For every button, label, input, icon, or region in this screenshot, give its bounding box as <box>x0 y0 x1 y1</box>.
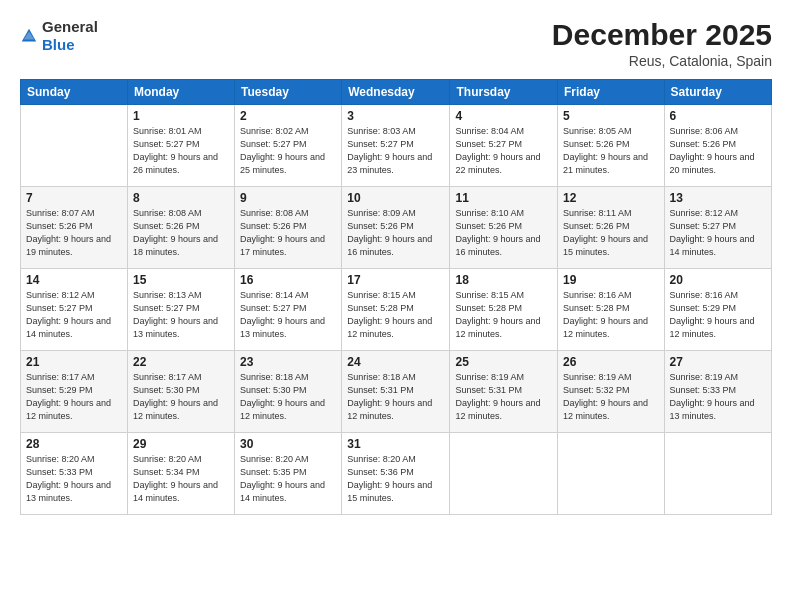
day-info: Sunrise: 8:14 AMSunset: 5:27 PMDaylight:… <box>240 290 325 339</box>
day-info: Sunrise: 8:18 AMSunset: 5:30 PMDaylight:… <box>240 372 325 421</box>
day-number: 14 <box>26 273 122 287</box>
day-info: Sunrise: 8:16 AMSunset: 5:28 PMDaylight:… <box>563 290 648 339</box>
calendar-cell: 7 Sunrise: 8:07 AMSunset: 5:26 PMDayligh… <box>21 187 128 269</box>
day-info: Sunrise: 8:17 AMSunset: 5:29 PMDaylight:… <box>26 372 111 421</box>
day-info: Sunrise: 8:19 AMSunset: 5:33 PMDaylight:… <box>670 372 755 421</box>
header: General Blue December 2025 Reus, Catalon… <box>20 18 772 69</box>
calendar-week-row: 21 Sunrise: 8:17 AMSunset: 5:29 PMDaylig… <box>21 351 772 433</box>
day-info: Sunrise: 8:15 AMSunset: 5:28 PMDaylight:… <box>455 290 540 339</box>
calendar-cell: 26 Sunrise: 8:19 AMSunset: 5:32 PMDaylig… <box>558 351 665 433</box>
day-of-week-header: Thursday <box>450 80 558 105</box>
day-info: Sunrise: 8:20 AMSunset: 5:36 PMDaylight:… <box>347 454 432 503</box>
calendar-cell: 15 Sunrise: 8:13 AMSunset: 5:27 PMDaylig… <box>127 269 234 351</box>
day-of-week-header: Tuesday <box>235 80 342 105</box>
day-number: 12 <box>563 191 659 205</box>
calendar-table: SundayMondayTuesdayWednesdayThursdayFrid… <box>20 79 772 515</box>
calendar-cell: 1 Sunrise: 8:01 AMSunset: 5:27 PMDayligh… <box>127 105 234 187</box>
calendar-cell: 9 Sunrise: 8:08 AMSunset: 5:26 PMDayligh… <box>235 187 342 269</box>
month-title: December 2025 <box>552 18 772 51</box>
calendar-cell: 29 Sunrise: 8:20 AMSunset: 5:34 PMDaylig… <box>127 433 234 515</box>
day-number: 28 <box>26 437 122 451</box>
day-of-week-header: Saturday <box>664 80 771 105</box>
day-info: Sunrise: 8:06 AMSunset: 5:26 PMDaylight:… <box>670 126 755 175</box>
day-of-week-header: Friday <box>558 80 665 105</box>
day-number: 17 <box>347 273 444 287</box>
calendar-cell: 16 Sunrise: 8:14 AMSunset: 5:27 PMDaylig… <box>235 269 342 351</box>
day-info: Sunrise: 8:08 AMSunset: 5:26 PMDaylight:… <box>133 208 218 257</box>
day-info: Sunrise: 8:04 AMSunset: 5:27 PMDaylight:… <box>455 126 540 175</box>
calendar-cell: 27 Sunrise: 8:19 AMSunset: 5:33 PMDaylig… <box>664 351 771 433</box>
calendar-body: 1 Sunrise: 8:01 AMSunset: 5:27 PMDayligh… <box>21 105 772 515</box>
day-number: 13 <box>670 191 766 205</box>
calendar-cell <box>21 105 128 187</box>
day-info: Sunrise: 8:17 AMSunset: 5:30 PMDaylight:… <box>133 372 218 421</box>
day-number: 16 <box>240 273 336 287</box>
day-info: Sunrise: 8:10 AMSunset: 5:26 PMDaylight:… <box>455 208 540 257</box>
day-number: 2 <box>240 109 336 123</box>
day-number: 8 <box>133 191 229 205</box>
day-info: Sunrise: 8:05 AMSunset: 5:26 PMDaylight:… <box>563 126 648 175</box>
calendar-cell: 30 Sunrise: 8:20 AMSunset: 5:35 PMDaylig… <box>235 433 342 515</box>
logo-blue: Blue <box>42 36 75 53</box>
day-number: 20 <box>670 273 766 287</box>
calendar-cell: 17 Sunrise: 8:15 AMSunset: 5:28 PMDaylig… <box>342 269 450 351</box>
day-number: 26 <box>563 355 659 369</box>
day-number: 31 <box>347 437 444 451</box>
calendar-week-row: 28 Sunrise: 8:20 AMSunset: 5:33 PMDaylig… <box>21 433 772 515</box>
day-info: Sunrise: 8:07 AMSunset: 5:26 PMDaylight:… <box>26 208 111 257</box>
day-info: Sunrise: 8:16 AMSunset: 5:29 PMDaylight:… <box>670 290 755 339</box>
calendar-cell: 19 Sunrise: 8:16 AMSunset: 5:28 PMDaylig… <box>558 269 665 351</box>
day-of-week-row: SundayMondayTuesdayWednesdayThursdayFrid… <box>21 80 772 105</box>
calendar-cell: 18 Sunrise: 8:15 AMSunset: 5:28 PMDaylig… <box>450 269 558 351</box>
day-number: 7 <box>26 191 122 205</box>
calendar-cell: 6 Sunrise: 8:06 AMSunset: 5:26 PMDayligh… <box>664 105 771 187</box>
calendar-cell: 3 Sunrise: 8:03 AMSunset: 5:27 PMDayligh… <box>342 105 450 187</box>
calendar-cell: 23 Sunrise: 8:18 AMSunset: 5:30 PMDaylig… <box>235 351 342 433</box>
day-number: 9 <box>240 191 336 205</box>
calendar-cell: 8 Sunrise: 8:08 AMSunset: 5:26 PMDayligh… <box>127 187 234 269</box>
calendar-cell: 24 Sunrise: 8:18 AMSunset: 5:31 PMDaylig… <box>342 351 450 433</box>
day-info: Sunrise: 8:03 AMSunset: 5:27 PMDaylight:… <box>347 126 432 175</box>
day-info: Sunrise: 8:11 AMSunset: 5:26 PMDaylight:… <box>563 208 648 257</box>
day-info: Sunrise: 8:15 AMSunset: 5:28 PMDaylight:… <box>347 290 432 339</box>
calendar-week-row: 1 Sunrise: 8:01 AMSunset: 5:27 PMDayligh… <box>21 105 772 187</box>
logo-icon <box>20 27 38 45</box>
day-number: 3 <box>347 109 444 123</box>
day-number: 23 <box>240 355 336 369</box>
day-info: Sunrise: 8:19 AMSunset: 5:32 PMDaylight:… <box>563 372 648 421</box>
day-number: 1 <box>133 109 229 123</box>
day-of-week-header: Wednesday <box>342 80 450 105</box>
calendar-cell: 21 Sunrise: 8:17 AMSunset: 5:29 PMDaylig… <box>21 351 128 433</box>
calendar-cell: 28 Sunrise: 8:20 AMSunset: 5:33 PMDaylig… <box>21 433 128 515</box>
day-number: 10 <box>347 191 444 205</box>
day-info: Sunrise: 8:01 AMSunset: 5:27 PMDaylight:… <box>133 126 218 175</box>
day-info: Sunrise: 8:08 AMSunset: 5:26 PMDaylight:… <box>240 208 325 257</box>
calendar-cell: 13 Sunrise: 8:12 AMSunset: 5:27 PMDaylig… <box>664 187 771 269</box>
calendar-cell <box>450 433 558 515</box>
day-info: Sunrise: 8:20 AMSunset: 5:34 PMDaylight:… <box>133 454 218 503</box>
location-title: Reus, Catalonia, Spain <box>552 53 772 69</box>
day-info: Sunrise: 8:19 AMSunset: 5:31 PMDaylight:… <box>455 372 540 421</box>
day-number: 22 <box>133 355 229 369</box>
day-info: Sunrise: 8:18 AMSunset: 5:31 PMDaylight:… <box>347 372 432 421</box>
calendar-cell: 10 Sunrise: 8:09 AMSunset: 5:26 PMDaylig… <box>342 187 450 269</box>
calendar-cell <box>558 433 665 515</box>
day-number: 27 <box>670 355 766 369</box>
day-number: 30 <box>240 437 336 451</box>
calendar-cell: 25 Sunrise: 8:19 AMSunset: 5:31 PMDaylig… <box>450 351 558 433</box>
day-number: 29 <box>133 437 229 451</box>
calendar-week-row: 7 Sunrise: 8:07 AMSunset: 5:26 PMDayligh… <box>21 187 772 269</box>
day-number: 18 <box>455 273 552 287</box>
logo-general: General <box>42 18 98 35</box>
day-info: Sunrise: 8:20 AMSunset: 5:33 PMDaylight:… <box>26 454 111 503</box>
day-of-week-header: Sunday <box>21 80 128 105</box>
calendar-cell <box>664 433 771 515</box>
day-info: Sunrise: 8:12 AMSunset: 5:27 PMDaylight:… <box>26 290 111 339</box>
day-info: Sunrise: 8:12 AMSunset: 5:27 PMDaylight:… <box>670 208 755 257</box>
day-number: 19 <box>563 273 659 287</box>
title-block: December 2025 Reus, Catalonia, Spain <box>552 18 772 69</box>
calendar-cell: 2 Sunrise: 8:02 AMSunset: 5:27 PMDayligh… <box>235 105 342 187</box>
day-number: 24 <box>347 355 444 369</box>
day-number: 6 <box>670 109 766 123</box>
page: General Blue December 2025 Reus, Catalon… <box>0 0 792 612</box>
